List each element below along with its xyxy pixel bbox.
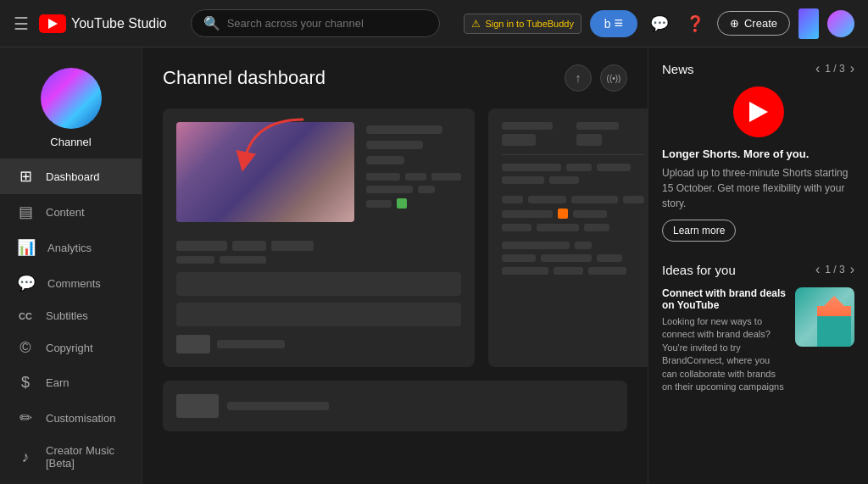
ideas-header: Ideas for you ‹ 1 / 3 › xyxy=(662,262,854,277)
logo-area[interactable]: YouTube Studio xyxy=(39,14,167,33)
recent-video-card xyxy=(163,108,475,367)
sidebar-label-content: Content xyxy=(46,206,85,219)
channel-avatar-section: Channel xyxy=(0,54,142,159)
sidebar-label-subtitles: Subtitles xyxy=(46,309,88,322)
sidebar-item-dashboard[interactable]: ⊞ Dashboard xyxy=(0,159,142,194)
copyright-icon: © xyxy=(17,339,34,357)
chat-icon-button[interactable]: 💬 xyxy=(646,10,673,37)
sidebar-label-dashboard: Dashboard xyxy=(46,170,100,183)
create-button[interactable]: ⊕ Create xyxy=(717,11,790,36)
yt-icon-button[interactable]: b ≡ xyxy=(590,10,637,37)
sidebar-item-analytics[interactable]: 📊 Analytics xyxy=(0,230,142,265)
youtube-news-logo xyxy=(733,86,784,137)
analytics-rows xyxy=(502,164,644,275)
studio-label: YouTube Studio xyxy=(71,16,167,31)
search-input[interactable] xyxy=(227,17,428,30)
analytics-icon: 📊 xyxy=(17,238,36,257)
top-navigation: ☰ YouTube Studio 🔍 ⚠ Sign in to TubeBudd… xyxy=(0,0,868,47)
menu-icon[interactable]: ☰ xyxy=(14,14,29,34)
warning-icon: ⚠ xyxy=(471,18,481,30)
ideas-illustration xyxy=(795,287,854,347)
content-icon: ▤ xyxy=(17,203,34,221)
sidebar: Channel ⊞ Dashboard ▤ Content 📊 Analytic… xyxy=(0,47,142,484)
help-icon-button[interactable]: ❓ xyxy=(682,10,709,37)
tubebuddy-button[interactable]: ⚠ Sign in to TubeBuddy xyxy=(464,14,581,34)
bottom-stats-row xyxy=(176,241,461,264)
ideas-card: Connect with brand deals on YouTube Look… xyxy=(662,287,854,393)
news-content: Longer Shorts. More of you. Upload up to… xyxy=(662,86,854,242)
right-panel: News ‹ 1 / 3 › Longer Shorts. More of yo… xyxy=(648,47,868,484)
page-title: Channel dashboard xyxy=(163,67,326,89)
sidebar-item-copyright[interactable]: © Copyright xyxy=(0,331,142,365)
top-action-icons: ↑ ((•)) xyxy=(565,64,627,92)
sidebar-label-creator-music: Creator Music [Beta] xyxy=(46,444,125,470)
sidebar-label-customisation: Customisation xyxy=(46,412,115,425)
analytics-card xyxy=(488,108,648,367)
progress-bar-area xyxy=(176,272,461,296)
ideas-section: Ideas for you ‹ 1 / 3 › Connect with bra… xyxy=(662,262,854,393)
user-avatar-rect[interactable] xyxy=(798,8,819,39)
ideas-pagination: ‹ 1 / 3 › xyxy=(815,262,854,277)
sidebar-label-earn: Earn xyxy=(46,376,69,389)
main-layout: Channel ⊞ Dashboard ▤ Content 📊 Analytic… xyxy=(0,47,868,484)
sidebar-item-customisation[interactable]: ✏ Customisation xyxy=(0,400,142,436)
news-prev-button[interactable]: ‹ xyxy=(815,61,820,76)
bottom-row xyxy=(176,335,461,353)
sidebar-item-creator-music[interactable]: ♪ Creator Music [Beta] xyxy=(0,436,142,478)
sidebar-label-comments: Comments xyxy=(47,277,101,290)
sidebar-item-comments[interactable]: 💬 Comments xyxy=(0,265,142,301)
stat-block-1 xyxy=(502,122,570,146)
sidebar-item-content[interactable]: ▤ Content xyxy=(0,194,142,230)
search-bar[interactable]: 🔍 xyxy=(191,9,441,37)
sidebar-item-settings[interactable]: ⚙ Settings xyxy=(0,478,142,484)
news-next-button[interactable]: › xyxy=(850,61,854,76)
news-body: Upload up to three-minute Shorts startin… xyxy=(662,165,854,211)
ideas-person-icon xyxy=(817,296,851,347)
earn-icon: $ xyxy=(17,374,34,392)
filter-bar-area xyxy=(176,303,461,326)
ideas-next-button[interactable]: › xyxy=(850,262,854,277)
search-icon: 🔍 xyxy=(203,15,220,31)
ideas-headline: Connect with brand deals on YouTube xyxy=(662,287,787,311)
sidebar-label-analytics: Analytics xyxy=(47,242,92,254)
notify-icon-button[interactable]: ((•)) xyxy=(600,64,627,92)
upload-icon-button[interactable]: ↑ xyxy=(565,64,592,92)
channel-avatar[interactable] xyxy=(41,68,102,129)
top-stats-grid xyxy=(502,122,644,146)
learn-more-button[interactable]: Learn more xyxy=(662,220,736,242)
video-stats-text xyxy=(366,122,461,231)
subtitles-icon: CC xyxy=(17,311,34,321)
news-pagination-text: 1 / 3 xyxy=(825,63,844,75)
news-headline: Longer Shorts. More of you. xyxy=(662,147,854,160)
tubebuddy-label: Sign in to TubeBuddy xyxy=(485,19,574,29)
sidebar-item-earn[interactable]: $ Earn xyxy=(0,365,142,400)
user-avatar[interactable] xyxy=(827,10,854,37)
sidebar-label-copyright: Copyright xyxy=(46,342,93,354)
bottom-card-inner xyxy=(176,394,614,418)
bottom-text xyxy=(227,402,329,410)
stat-block-2 xyxy=(576,122,644,146)
ideas-title: Ideas for you xyxy=(662,263,736,277)
video-thumbnail[interactable] xyxy=(176,122,354,222)
nav-right-area: ⚠ Sign in to TubeBuddy b ≡ 💬 ❓ ⊕ Create xyxy=(464,8,854,39)
ideas-prev-button[interactable]: ‹ xyxy=(815,262,820,277)
customisation-icon: ✏ xyxy=(17,409,34,427)
green-status-badge xyxy=(397,198,407,209)
sidebar-item-subtitles[interactable]: CC Subtitles xyxy=(0,301,142,331)
create-label: Create xyxy=(744,17,777,30)
bottom-thumb xyxy=(176,394,219,418)
comments-icon: 💬 xyxy=(17,274,36,292)
bottom-card xyxy=(163,381,627,431)
ideas-body: Looking for new ways to connect with bra… xyxy=(662,315,787,393)
news-header: News ‹ 1 / 3 › xyxy=(662,61,854,76)
news-title: News xyxy=(662,62,694,76)
dashboard-grid xyxy=(163,108,627,367)
ideas-pagination-text: 1 / 3 xyxy=(825,264,844,275)
ideas-text: Connect with brand deals on YouTube Look… xyxy=(662,287,787,393)
menu-dots-icon: ≡ xyxy=(615,14,624,32)
yt-b-icon: b xyxy=(604,17,611,31)
news-section: News ‹ 1 / 3 › Longer Shorts. More of yo… xyxy=(662,61,854,242)
creator-music-icon: ♪ xyxy=(17,448,34,466)
news-pagination: ‹ 1 / 3 › xyxy=(815,61,854,76)
orange-status-badge xyxy=(558,209,568,219)
